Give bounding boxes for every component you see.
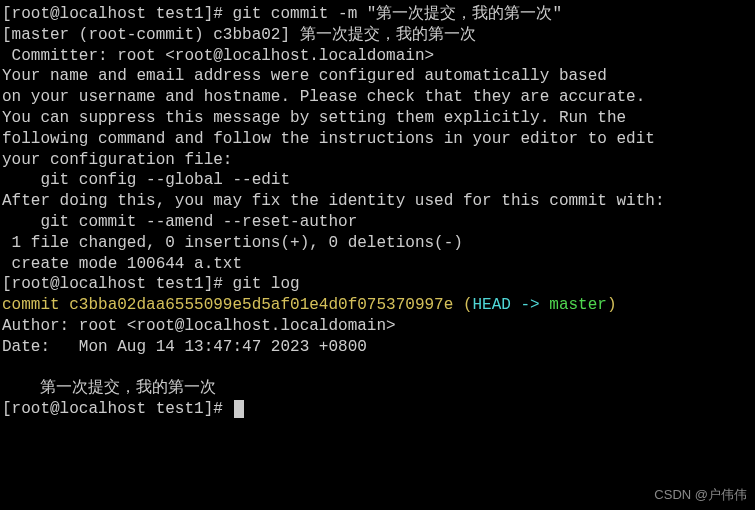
command-line-1[interactable]: [root@localhost test1]# git commit -m "第… [2,4,753,25]
cursor-icon [234,400,244,418]
commit-hash: c3bba02daa6555099e5d5af01e4d0f075370997e [69,296,453,314]
author-line: Author: root <root@localhost.localdomain… [2,316,753,337]
commit-label: commit [2,296,69,314]
commit-line: commit c3bba02daa6555099e5d5af01e4d0f075… [2,295,753,316]
branch-name: master [549,296,607,314]
output-line: After doing this, you may fix the identi… [2,191,753,212]
shell-prompt: [root@localhost test1]# [2,400,232,418]
command-text: git log [232,275,299,293]
command-text: git commit -m "第一次提交，我的第一次" [232,5,562,23]
command-line-2[interactable]: [root@localhost test1]# git log [2,274,753,295]
output-line: You can suppress this message by setting… [2,108,753,129]
output-line: your configuration file: [2,150,753,171]
output-line: 1 file changed, 0 insertions(+), 0 delet… [2,233,753,254]
commit-message: 第一次提交，我的第一次 [2,378,753,399]
paren-open: ( [453,296,472,314]
output-line: Your name and email address were configu… [2,66,753,87]
command-line-3[interactable]: [root@localhost test1]# [2,399,753,420]
blank-line [2,358,753,379]
output-line: following command and follow the instruc… [2,129,753,150]
head-label: HEAD -> [472,296,549,314]
shell-prompt: [root@localhost test1]# [2,275,232,293]
shell-prompt: [root@localhost test1]# [2,5,232,23]
date-line: Date: Mon Aug 14 13:47:47 2023 +0800 [2,337,753,358]
output-line: [master (root-commit) c3bba02] 第一次提交，我的第… [2,25,753,46]
output-line: Committer: root <root@localhost.localdom… [2,46,753,67]
watermark-text: CSDN @户伟伟 [654,487,747,504]
output-line: git commit --amend --reset-author [2,212,753,233]
output-line: create mode 100644 a.txt [2,254,753,275]
paren-close: ) [607,296,617,314]
output-line: on your username and hostname. Please ch… [2,87,753,108]
output-line: git config --global --edit [2,170,753,191]
